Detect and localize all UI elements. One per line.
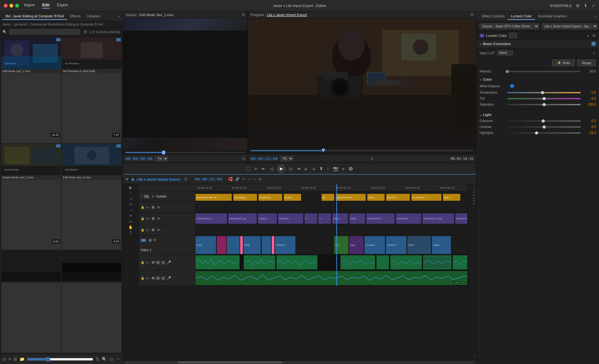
extract-button[interactable]: ↑	[327, 166, 329, 171]
clip[interactable]: W...	[322, 194, 334, 201]
track-v1-eye-icon[interactable]: 👁	[153, 238, 156, 242]
tab-bin[interactable]: Bin: Javier Editing at Computer B Roll	[3, 13, 67, 20]
track-v1-visibility-icon[interactable]: ⊞	[149, 238, 152, 242]
clip[interactable]: A new he...	[259, 194, 282, 201]
clip[interactable]	[272, 236, 274, 254]
add-track-icon[interactable]: +	[253, 177, 255, 181]
program-video[interactable]	[248, 18, 476, 149]
clip[interactable]: Const	[195, 271, 476, 285]
clip[interactable]: Use t...	[443, 194, 460, 201]
step-back-button[interactable]: ◁	[270, 166, 273, 171]
list-item[interactable]: Edit Mode 16:03 Edit Mode Javi_1.mov	[1, 38, 61, 143]
track-select-icon[interactable]: ↔	[247, 177, 251, 181]
mark-in-button[interactable]: ⬚	[246, 165, 251, 171]
program-sequence-name[interactable]: Lila x Javier Import Export	[267, 13, 307, 17]
clip[interactable]: fx	[318, 213, 331, 224]
clip[interactable]	[276, 255, 317, 269]
intensity-slider[interactable]	[507, 71, 581, 72]
contrast-slider[interactable]	[507, 126, 581, 128]
mark-out-button[interactable]: ⊢	[254, 166, 258, 171]
clip[interactable]: review the files on ...	[195, 194, 232, 201]
program-settings-icon[interactable]: ⚙	[371, 157, 374, 160]
clip[interactable]: fx Adjustm	[278, 213, 303, 224]
hand-tool[interactable]: ✋	[128, 225, 133, 229]
track-visibility-icon[interactable]: ⊞	[152, 205, 154, 209]
menu-export[interactable]: Export	[57, 3, 68, 9]
program-fit-select[interactable]: Fit	[280, 156, 294, 161]
clip[interactable]	[262, 236, 271, 254]
tab-libraries[interactable]: Libraries	[84, 13, 103, 20]
clip[interactable]: fx Edit	[243, 236, 261, 254]
more-controls-icon[interactable]: »	[342, 166, 345, 171]
color-section-header[interactable]: Color	[476, 76, 599, 83]
clip[interactable]: ▪ Nested S	[275, 236, 295, 254]
clip[interactable]: fx Adjustme	[396, 213, 421, 224]
clip[interactable]: fx Adjust	[258, 213, 277, 224]
v4-track-content[interactable]	[195, 202, 476, 213]
panel-tab-more-icon[interactable]: »	[118, 14, 120, 18]
fx-reset-button[interactable]: ↺	[592, 33, 596, 38]
basic-correction-header[interactable]: Basic Correction ✓	[476, 40, 599, 48]
pen-tool[interactable]: ✏	[129, 214, 132, 218]
clip[interactable]: fx Adjustment Lay	[228, 213, 257, 224]
clip[interactable]: fx Adju	[332, 213, 348, 224]
essentials-button[interactable]: ESSENTIALS	[550, 4, 572, 8]
clip[interactable]	[227, 236, 240, 254]
clip[interactable]: open the new...	[336, 194, 366, 201]
source-video[interactable]	[123, 18, 247, 150]
clip[interactable]: fx Adjustment La	[195, 213, 227, 224]
highlights-slider[interactable]	[507, 132, 581, 134]
clip[interactable]: fx Content	[364, 236, 385, 254]
add-button[interactable]: ⊕	[348, 165, 353, 172]
track-a2-solo-button[interactable]: S	[161, 276, 165, 280]
track-lock-icon[interactable]: 🔒	[141, 228, 144, 232]
list-item[interactable]: No Premiere 7:07 No Premiere in Shot Edi…	[62, 38, 122, 143]
ripple-edit-tool[interactable]: ↔	[129, 191, 133, 195]
clip[interactable]: Hide L	[407, 236, 431, 254]
maximize-window-button[interactable]	[15, 4, 19, 8]
clip[interactable]	[390, 255, 422, 269]
toolbar-icon-more[interactable]: ⋯	[116, 357, 120, 361]
lift-button[interactable]: ⬆	[319, 166, 323, 171]
track-a2-mic-icon[interactable]: 🎤	[166, 276, 171, 280]
clip[interactable]	[240, 236, 243, 254]
track-visibility-icon[interactable]: ⊞	[152, 217, 154, 221]
tint-slider[interactable]	[507, 98, 581, 99]
minimize-window-button[interactable]	[9, 4, 13, 8]
reset-button[interactable]: Reset	[577, 60, 596, 66]
list-item[interactable]	[62, 250, 122, 353]
tab-effects[interactable]: Effects	[67, 13, 84, 20]
play-button[interactable]: ▶	[277, 164, 286, 173]
search-input[interactable]	[9, 29, 80, 35]
fx-preset-select[interactable]	[509, 33, 517, 38]
toolbar-icon-folder2[interactable]: 🗂	[109, 357, 113, 361]
insert-button[interactable]: ↙	[304, 166, 308, 171]
a1-track-content[interactable]	[195, 255, 476, 270]
razor-tool[interactable]: ✂	[129, 202, 132, 207]
panel-icon[interactable]: ⊞	[576, 3, 579, 8]
selection-tool[interactable]: ▶	[129, 185, 132, 190]
toolbar-icon-grid[interactable]: ⊞	[14, 357, 17, 361]
source-filename[interactable]: Edit Mode Javi_1.mov	[139, 13, 173, 17]
a2-track-content[interactable]: Const	[195, 270, 476, 286]
clip[interactable]: fx Adju	[349, 213, 365, 224]
clip[interactable]: ▪ Nested S	[386, 236, 406, 254]
share-icon[interactable]: ⬆	[584, 3, 587, 8]
program-menu-icon[interactable]: ☰	[470, 13, 474, 17]
track-a1-mute-button[interactable]: M	[156, 261, 160, 264]
grid-view-icon[interactable]: ⊞	[84, 30, 87, 34]
go-to-in-button[interactable]: ⇤	[262, 166, 266, 171]
auto-button[interactable]: ✨ Auto	[552, 60, 575, 66]
v3-track-content[interactable]: fx Adjustment La fx Adjustment Lay fx Ad…	[195, 213, 476, 224]
razor-icon[interactable]: ✂	[242, 177, 245, 181]
right-panel-more-icon[interactable]: »	[595, 14, 596, 18]
temperature-slider[interactable]	[507, 92, 581, 93]
timeline-scrollbar[interactable]	[123, 360, 476, 364]
source-menu-icon[interactable]: ☰	[242, 13, 245, 17]
program-scrubber[interactable]	[248, 149, 476, 155]
link-icon[interactable]: 🔗	[235, 177, 240, 181]
track-lock-icon[interactable]: 🔒	[141, 276, 144, 280]
toolbar-icon-search[interactable]: 🔍	[102, 357, 107, 361]
clip[interactable]: And Pre...	[386, 194, 410, 201]
menu-import[interactable]: Import	[24, 3, 35, 9]
